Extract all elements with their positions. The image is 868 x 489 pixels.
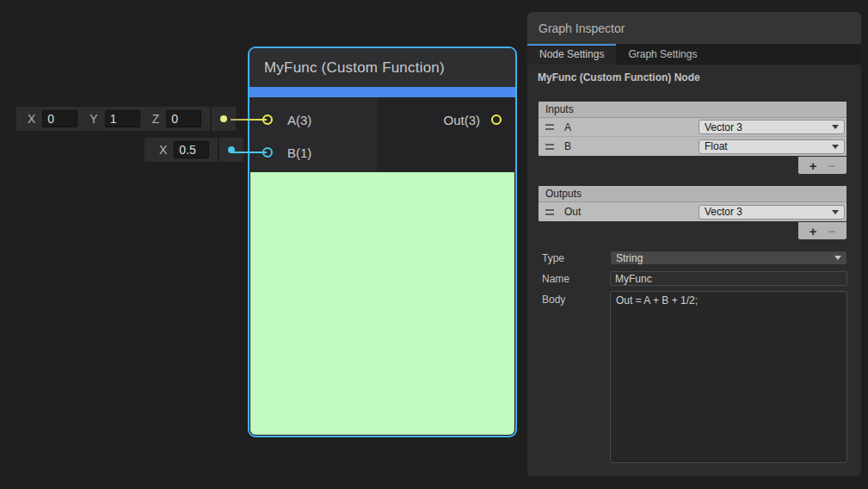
remove-output-button[interactable]: − xyxy=(828,225,835,238)
port-connector-chip[interactable] xyxy=(219,138,243,162)
name-field-row: Name xyxy=(542,271,847,286)
vector3-z-input[interactable] xyxy=(166,110,201,127)
tab-label: Node Settings xyxy=(539,48,604,60)
function-name-input[interactable] xyxy=(610,271,847,286)
vector3-y-input[interactable] xyxy=(105,110,140,127)
output-port-out[interactable]: Out(3) xyxy=(377,103,515,136)
inputs-section: Inputs A Vector 3 B Float xyxy=(538,101,847,157)
field-label-x: X xyxy=(159,143,167,157)
node-color-bar xyxy=(249,87,515,97)
input-row-a[interactable]: A Vector 3 xyxy=(539,118,846,137)
remove-input-button[interactable]: − xyxy=(828,159,835,172)
float-fields: X xyxy=(145,138,218,162)
field-label-x: X xyxy=(28,112,35,126)
outputs-section-title: Outputs xyxy=(539,186,846,202)
output-row-out[interactable]: Out Vector 3 xyxy=(539,202,846,221)
edge-wire-float[interactable] xyxy=(231,152,267,153)
node-title: MyFunc (Custom Function) xyxy=(264,59,445,77)
field-label-z: Z xyxy=(152,112,160,126)
body-field-row: Body Out = A + B + 1/2; xyxy=(542,291,847,463)
custom-function-node[interactable]: MyFunc (Custom Function) A(3) B(1) Out(3… xyxy=(248,46,517,437)
inspector-titlebar[interactable]: Graph Inspector xyxy=(527,12,861,44)
type-dropdown[interactable]: String xyxy=(610,251,847,265)
add-output-button[interactable]: + xyxy=(810,225,817,238)
outputs-section: Outputs Out Vector 3 xyxy=(538,185,847,222)
chevron-down-icon xyxy=(832,145,839,149)
edge-wire-vector3[interactable] xyxy=(231,119,267,121)
shader-graph-canvas[interactable]: X Y Z X MyFunc (Custom Function) xyxy=(0,0,868,489)
dropdown-value: Vector 3 xyxy=(705,206,832,218)
tab-label: Graph Settings xyxy=(628,48,697,60)
dropdown-value: String xyxy=(616,252,834,264)
drag-handle-icon[interactable] xyxy=(545,144,554,150)
port-ring-icon[interactable] xyxy=(491,115,502,125)
name-label: Name xyxy=(542,273,610,285)
node-preview xyxy=(250,172,514,435)
body-label: Body xyxy=(542,291,610,306)
vector3-x-input[interactable] xyxy=(42,110,77,127)
input-port-b[interactable]: B(1) xyxy=(249,136,377,169)
inputs-section-title: Inputs xyxy=(539,102,846,118)
port-input-widget-vector3: X Y Z xyxy=(16,107,236,131)
drag-handle-icon[interactable] xyxy=(545,124,554,130)
graph-inspector-panel: Graph Inspector Node Settings Graph Sett… xyxy=(527,12,861,476)
vector3-fields: X Y Z xyxy=(16,107,210,131)
chevron-down-icon xyxy=(832,210,839,214)
inspector-tabbar: Node Settings Graph Settings xyxy=(527,44,861,65)
node-header[interactable]: MyFunc (Custom Function) xyxy=(249,48,515,87)
type-label: Type xyxy=(542,252,610,264)
function-body-textarea[interactable]: Out = A + B + 1/2; xyxy=(610,291,847,463)
add-input-button[interactable]: + xyxy=(810,159,817,172)
inspector-title: Graph Inspector xyxy=(539,22,625,35)
port-input-widget-float: X xyxy=(145,138,243,162)
port-connector-dot-icon xyxy=(220,115,227,122)
node-settings-heading: MyFunc (Custom Function) Node xyxy=(538,71,700,84)
input-type-dropdown[interactable]: Vector 3 xyxy=(699,120,845,134)
tab-node-settings[interactable]: Node Settings xyxy=(527,44,616,65)
port-label: A(3) xyxy=(287,113,311,127)
outputs-list-controls: + − xyxy=(797,222,847,240)
inputs-list-controls: + − xyxy=(797,157,847,175)
port-label: B(1) xyxy=(287,145,311,160)
tab-graph-settings[interactable]: Graph Settings xyxy=(616,44,709,65)
input-name: B xyxy=(564,140,699,152)
field-label-y: Y xyxy=(89,112,97,126)
node-ports: A(3) B(1) Out(3) xyxy=(249,97,515,172)
port-label: Out(3) xyxy=(443,113,480,127)
chevron-down-icon xyxy=(832,125,839,129)
input-port-a[interactable]: A(3) xyxy=(249,103,377,136)
input-ports: A(3) B(1) xyxy=(249,97,377,172)
input-name: A xyxy=(564,121,699,133)
dropdown-value: Vector 3 xyxy=(705,121,832,133)
chevron-down-icon xyxy=(834,256,841,260)
type-field-row: Type String xyxy=(542,251,847,265)
output-name: Out xyxy=(564,206,699,218)
float-x-input[interactable] xyxy=(174,141,209,158)
output-type-dropdown[interactable]: Vector 3 xyxy=(699,205,845,220)
dropdown-value: Float xyxy=(705,140,832,152)
output-ports: Out(3) xyxy=(377,97,515,172)
drag-handle-icon[interactable] xyxy=(545,209,554,215)
input-row-b[interactable]: B Float xyxy=(539,137,846,156)
input-type-dropdown[interactable]: Float xyxy=(699,139,845,154)
